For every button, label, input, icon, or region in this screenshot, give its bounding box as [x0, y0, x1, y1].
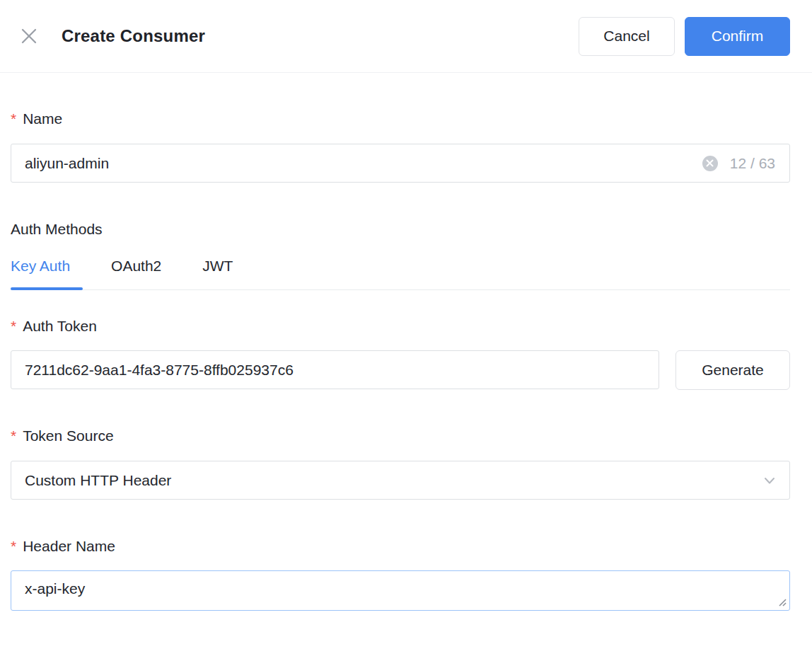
close-button[interactable]: [20, 27, 38, 45]
circle-x-clear-icon: [706, 159, 714, 167]
tab-key-auth[interactable]: Key Auth: [11, 256, 70, 289]
token-source-selected-value: Custom HTTP Header: [25, 472, 762, 489]
auth-token-label-text: Auth Token: [23, 317, 97, 335]
generate-button[interactable]: Generate: [675, 350, 790, 390]
header-name-textarea-wrap: x-api-key: [11, 570, 790, 611]
dialog-header: Create Consumer Cancel Confirm: [0, 0, 812, 73]
page-title: Create Consumer: [62, 26, 205, 46]
name-label-text: Name: [23, 110, 62, 128]
dialog-body: * Name 12 / 63 Auth Methods Key Auth OAu…: [0, 110, 812, 611]
header-name-label: * Header Name: [11, 537, 790, 556]
create-consumer-dialog: Create Consumer Cancel Confirm * Name 12…: [0, 0, 812, 611]
cancel-button[interactable]: Cancel: [579, 17, 675, 56]
name-input[interactable]: [25, 155, 702, 172]
required-asterisk: *: [11, 110, 16, 128]
tab-jwt[interactable]: JWT: [202, 256, 233, 289]
clear-name-button[interactable]: [702, 156, 718, 171]
auth-token-input-box: [11, 350, 659, 389]
name-label: * Name: [11, 110, 790, 128]
chevron-down-icon: [762, 473, 777, 488]
auth-token-label: * Auth Token: [11, 317, 790, 335]
name-input-box: 12 / 63: [11, 144, 790, 183]
auth-methods-label-text: Auth Methods: [11, 220, 103, 238]
char-counter: 12 / 63: [730, 155, 775, 172]
auth-methods-tabs: Key Auth OAuth2 JWT: [11, 256, 790, 290]
token-source-select[interactable]: Custom HTTP Header: [11, 461, 790, 500]
token-source-label: * Token Source: [11, 427, 790, 445]
header-name-label-text: Header Name: [23, 537, 115, 556]
required-asterisk: *: [11, 427, 16, 445]
close-icon: [21, 28, 37, 45]
auth-token-row: Generate: [11, 350, 790, 390]
auth-methods-label: Auth Methods: [11, 220, 790, 238]
header-name-textarea[interactable]: x-api-key: [11, 570, 790, 611]
required-asterisk: *: [11, 537, 16, 556]
auth-token-input[interactable]: [25, 362, 644, 379]
required-asterisk: *: [11, 317, 16, 335]
tab-oauth2[interactable]: OAuth2: [111, 256, 161, 289]
token-source-label-text: Token Source: [23, 427, 113, 445]
confirm-button[interactable]: Confirm: [685, 17, 790, 56]
